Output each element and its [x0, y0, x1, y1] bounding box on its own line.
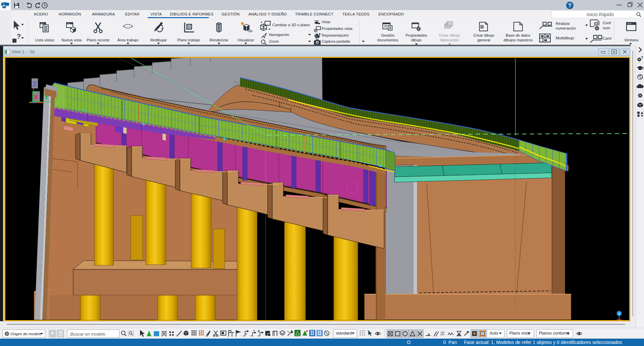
svg-text:?: ?	[641, 56, 643, 60]
svg-text:standard: standard	[336, 331, 352, 336]
svg-text:Planos contorno: Planos contorno	[539, 331, 569, 336]
svg-text:Y: Y	[44, 93, 49, 101]
svg-text:X: X	[34, 93, 38, 101]
svg-text:Z: Z	[33, 80, 37, 88]
svg-text:Plano vista: Plano vista	[509, 331, 530, 336]
svg-text:Auto: Auto	[490, 331, 498, 336]
svg-text:Z: Z	[618, 312, 620, 315]
svg-text:?: ?	[568, 3, 571, 8]
svg-text:?: ?	[17, 33, 21, 40]
